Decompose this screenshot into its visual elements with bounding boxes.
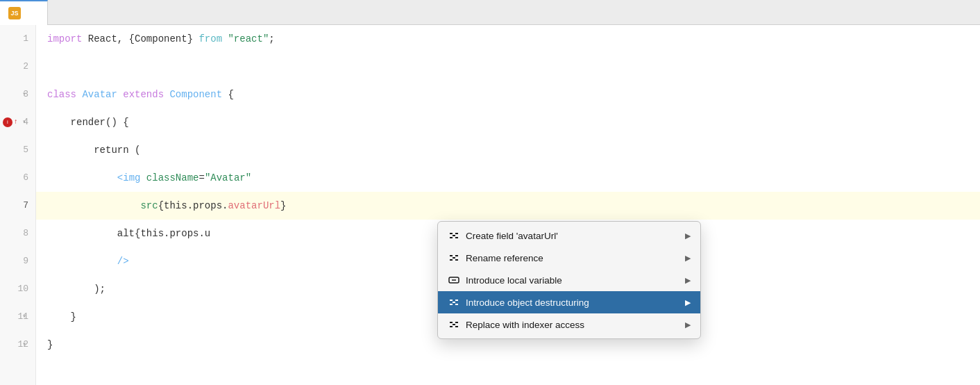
menu-item-label: Rename reference — [466, 253, 543, 263]
fold-arrow-icon[interactable]: ▾ — [22, 331, 26, 359]
menu-item-rename-reference[interactable]: Rename reference▶ — [438, 247, 700, 269]
menu-item-label: Introduce local variable — [466, 275, 562, 286]
tab-close-button[interactable] — [29, 8, 39, 18]
line-number-7: 7 — [0, 192, 35, 220]
line-number-12: 12▾ — [0, 331, 35, 359]
breakpoint-dot: i — [3, 117, 12, 127]
refactor-icon — [448, 252, 460, 264]
code-line-3: class Avatar extends Component { — [36, 81, 980, 108]
editor: 123▾i↑4▾567891011▾12▾ import React, {Com… — [0, 25, 980, 385]
code-line-7: src{this.props.avatarUrl} — [36, 192, 980, 220]
line-number-6: 6 — [0, 164, 35, 192]
variable-icon — [448, 274, 460, 286]
fold-arrow-icon[interactable]: ▾ — [22, 303, 26, 331]
line-number-8: 8 — [0, 220, 35, 247]
arrow-up-icon: ↑ — [14, 108, 18, 136]
line-numbers-gutter: 123▾i↑4▾567891011▾12▾ — [0, 25, 36, 385]
fold-arrow-icon[interactable]: ▾ — [22, 81, 26, 108]
code-line-5: return ( — [36, 136, 980, 164]
submenu-arrow-icon: ▶ — [685, 254, 691, 263]
menu-item-replace-indexer[interactable]: Replace with indexer access▶ — [438, 313, 700, 336]
line-number-3: 3▾ — [0, 81, 35, 108]
refactor-icon — [448, 318, 460, 331]
code-line-6: <img className="Avatar" — [36, 164, 980, 192]
line-number-2: 2 — [0, 53, 35, 81]
menu-item-label: Create field 'avatarUrl' — [466, 231, 558, 241]
menu-item-label: Introduce object destructuring — [466, 297, 589, 308]
tab-avatar-js[interactable]: JS — [0, 0, 48, 25]
code-line-2 — [36, 53, 980, 81]
submenu-arrow-icon: ▶ — [685, 231, 691, 240]
line-number-9: 9 — [0, 247, 35, 275]
code-line-1: import React, {Component} from "react"; — [36, 25, 980, 53]
menu-item-introduce-destructuring[interactable]: Introduce object destructuring▶ — [438, 291, 700, 313]
refactor-icon — [448, 229, 460, 242]
refactor-icon — [448, 296, 460, 309]
line-number-4: i↑4▾ — [0, 108, 35, 136]
tab-bar: JS — [0, 0, 980, 25]
line-number-5: 5 — [0, 136, 35, 164]
code-line-4: render() { — [36, 108, 980, 136]
menu-item-introduce-variable[interactable]: Introduce local variable▶ — [438, 269, 700, 291]
js-file-icon: JS — [8, 7, 21, 19]
submenu-arrow-icon: ▶ — [685, 320, 691, 329]
menu-item-create-field[interactable]: Create field 'avatarUrl'▶ — [438, 224, 700, 247]
line-number-11: 11▾ — [0, 303, 35, 331]
line-number-10: 10 — [0, 275, 35, 303]
breakpoint-indicator: i↑ — [3, 108, 18, 136]
fold-arrow-icon[interactable]: ▾ — [22, 108, 26, 136]
line-number-1: 1 — [0, 25, 35, 53]
submenu-arrow-icon: ▶ — [685, 276, 691, 285]
context-menu: Create field 'avatarUrl'▶Rename referenc… — [437, 221, 701, 339]
submenu-arrow-icon: ▶ — [685, 298, 691, 307]
menu-item-label: Replace with indexer access — [466, 320, 584, 330]
